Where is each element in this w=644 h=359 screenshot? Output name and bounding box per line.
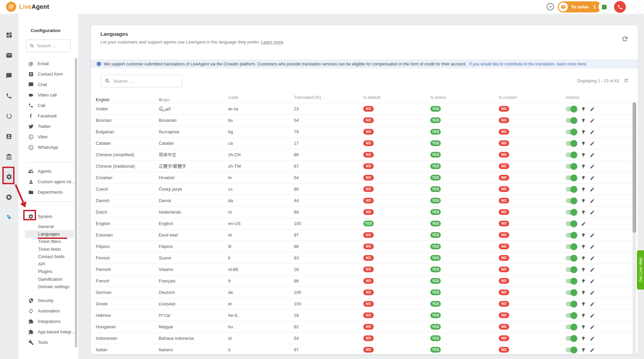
edit-icon[interactable] [590, 244, 595, 249]
edit-icon[interactable] [590, 175, 595, 181]
refresh-icon[interactable] [621, 35, 628, 43]
active-toggle[interactable] [565, 164, 577, 169]
active-toggle[interactable] [565, 130, 577, 134]
sidebar-subitem-api[interactable]: API [25, 260, 74, 268]
paging-refresh-icon[interactable] [623, 78, 628, 83]
edit-icon[interactable] [590, 233, 595, 238]
table-scrollbar-thumb[interactable] [633, 102, 636, 233]
sidebar-subitem-ticket-fields[interactable]: Ticket fields [25, 245, 74, 253]
set-default-icon[interactable]: ☛ [580, 255, 586, 261]
phone-icon[interactable] [0, 92, 18, 100]
sidebar-item-departments[interactable]: Departments [18, 187, 75, 197]
set-default-icon[interactable]: ☛ [580, 232, 586, 239]
table-search-input[interactable] [113, 79, 174, 84]
set-default-icon[interactable]: ☛ [580, 301, 586, 307]
active-toggle[interactable] [565, 187, 577, 192]
set-default-icon[interactable]: ☛ [580, 198, 586, 204]
active-toggle[interactable] [565, 336, 577, 341]
set-default-icon[interactable]: ☛ [580, 312, 586, 319]
edit-icon[interactable] [581, 221, 586, 226]
set-default-icon[interactable]: ☛ [580, 209, 586, 216]
sidebar-subitem-general[interactable]: General [25, 223, 74, 230]
sidebar-item-call[interactable]: Call [18, 100, 75, 111]
chat-icon[interactable] [0, 72, 18, 79]
set-default-icon[interactable]: ☛ [580, 186, 586, 193]
active-toggle[interactable] [565, 175, 577, 180]
bank-icon[interactable] [0, 153, 18, 160]
sidebar-item-system[interactable]: System [18, 211, 75, 221]
add-new-button[interactable]: + [547, 3, 554, 10]
active-toggle[interactable] [565, 141, 577, 146]
sidebar-item-facebook[interactable]: fFacebook [18, 111, 75, 121]
edit-icon[interactable] [590, 313, 595, 318]
edit-icon[interactable] [590, 325, 595, 330]
sidebar-item-integrations[interactable]: Integrations [18, 316, 75, 327]
active-toggle[interactable] [565, 233, 577, 238]
set-default-icon[interactable]: ☛ [580, 267, 586, 273]
contacts-icon[interactable] [0, 133, 18, 140]
sidebar-subitem-plugins[interactable]: Plugins [25, 268, 74, 275]
active-toggle[interactable] [565, 302, 577, 306]
sidebar-item-security[interactable]: Security [18, 295, 75, 306]
sidebar-item-whatsapp[interactable]: WhatsApp [18, 142, 75, 153]
sidebar-item-agents[interactable]: Agents [18, 166, 75, 176]
sidebar-subitem-contact-fields[interactable]: Contact fields [25, 253, 74, 260]
get-live-help-tab[interactable]: Get Live Help [637, 250, 644, 289]
phone-status-button[interactable] [614, 1, 626, 13]
rocket-icon[interactable] [0, 214, 18, 221]
sidebar-item-app-based-integrations[interactable]: App-based Integr... [18, 327, 75, 337]
avatar[interactable] [634, 1, 644, 12]
active-toggle[interactable] [565, 210, 577, 215]
active-toggle[interactable] [565, 198, 577, 203]
set-default-icon[interactable]: ☛ [580, 163, 586, 170]
edit-icon[interactable] [590, 198, 595, 203]
edit-icon[interactable] [590, 302, 595, 307]
table-search[interactable] [100, 75, 182, 87]
mail-icon[interactable] [0, 52, 18, 59]
dashboard-icon[interactable] [0, 31, 18, 39]
sidebar-search-input[interactable] [37, 43, 67, 48]
sidebar-item-viber[interactable]: Viber [18, 132, 75, 142]
edit-icon[interactable] [590, 256, 595, 261]
settings-gear-icon[interactable] [0, 173, 18, 181]
sidebar-subitem-languages[interactable]: Languages [25, 230, 74, 238]
edit-icon[interactable] [590, 290, 595, 295]
active-toggle[interactable] [565, 221, 577, 226]
set-default-icon[interactable]: ☛ [580, 289, 586, 296]
set-default-icon[interactable]: ☛ [580, 152, 586, 158]
edit-icon[interactable] [590, 118, 595, 123]
set-default-icon[interactable]: ☛ [580, 175, 586, 181]
set-default-icon[interactable]: ☛ [580, 347, 586, 353]
sidebar-item-twitter[interactable]: Twitter [18, 121, 75, 132]
active-toggle[interactable] [565, 107, 577, 111]
set-default-icon[interactable]: ☛ [580, 335, 586, 342]
active-toggle[interactable] [565, 325, 577, 329]
sidebar-item-automation[interactable]: Automation [18, 306, 75, 316]
edit-icon[interactable] [590, 267, 595, 272]
chat-status-button[interactable] [599, 1, 610, 12]
edit-icon[interactable] [590, 336, 595, 341]
edit-icon[interactable] [590, 153, 595, 158]
sidebar-item-contact-form[interactable]: Contact form [18, 69, 75, 79]
edit-icon[interactable] [590, 164, 595, 169]
learn-more-link[interactable]: Learn more [261, 39, 283, 45]
edit-icon[interactable] [590, 141, 595, 146]
sidebar-item-chat[interactable]: Chat [18, 79, 75, 90]
active-toggle[interactable] [565, 267, 577, 272]
set-default-icon[interactable]: ☛ [580, 244, 586, 250]
active-toggle[interactable] [565, 290, 577, 295]
sidebar-item-tools[interactable]: Tools [18, 337, 75, 348]
to-solve-button[interactable]: To solve 1 [558, 1, 601, 12]
sidebar-search[interactable] [26, 39, 71, 52]
star-icon[interactable] [0, 193, 18, 201]
edit-icon[interactable] [590, 130, 595, 135]
time-icon[interactable] [0, 112, 18, 120]
active-toggle[interactable] [565, 348, 577, 352]
set-default-icon[interactable]: ☛ [580, 324, 586, 330]
set-default-icon[interactable]: ☛ [580, 140, 586, 147]
liveagent-logo[interactable]: @ LiveAgent [6, 2, 49, 12]
sidebar-subitem-ticket-filters[interactable]: Ticket filters [25, 238, 74, 245]
sidebar-subitem-domain-settings[interactable]: Domain settings [25, 283, 74, 290]
set-default-icon[interactable]: ☛ [580, 117, 586, 124]
edit-icon[interactable] [590, 348, 595, 353]
